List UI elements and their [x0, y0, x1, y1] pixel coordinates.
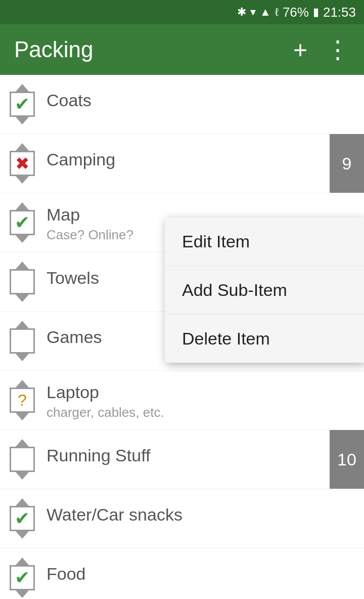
context-menu: Edit ItemAdd Sub-ItemDelete Item — [165, 218, 364, 363]
context-menu-item-delete[interactable]: Delete Item — [165, 315, 364, 363]
context-menu-item-add-sub[interactable]: Add Sub-Item — [165, 266, 364, 315]
context-menu-item-edit[interactable]: Edit Item — [165, 218, 364, 266]
